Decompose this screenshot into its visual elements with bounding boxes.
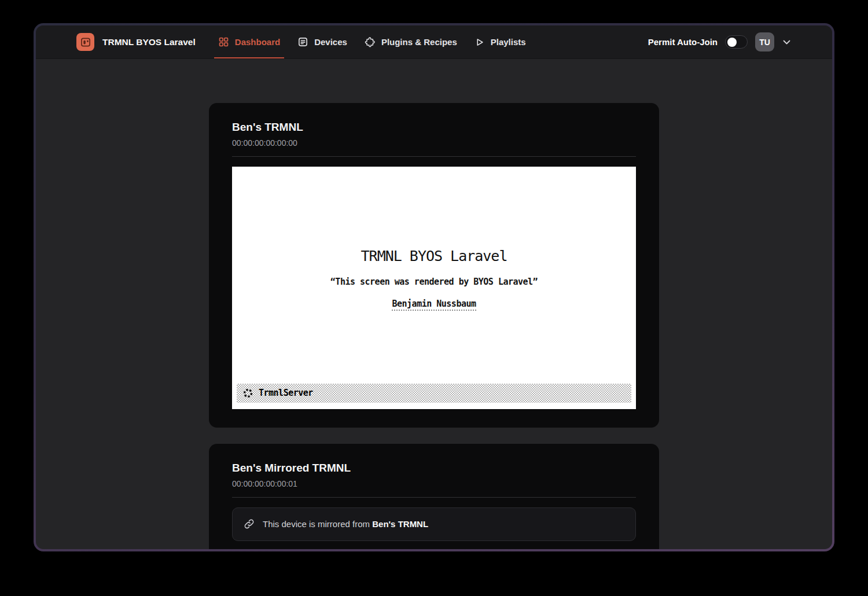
nav-label: Dashboard (235, 37, 280, 47)
screen-author-row: Benjamin Nussbaum (232, 298, 636, 311)
device-card: Ben's Mirrored TRMNL 00:00:00:00:00:01 T… (209, 444, 659, 549)
permit-auto-join-label: Permit Auto-Join (648, 37, 718, 47)
device-card: Ben's TRMNL 00:00:00:00:00:00 TRMNL BYOS… (209, 103, 659, 428)
app-window: TRMNL BYOS Laravel Dashboard (34, 23, 834, 551)
mirror-note-prefix: This device is mirrored from (263, 519, 372, 529)
play-icon (475, 37, 485, 47)
device-list-icon (297, 36, 308, 47)
mirror-info-box: This device is mirrored from Ben's TRMNL (232, 507, 636, 541)
mirror-note: This device is mirrored from Ben's TRMNL (263, 519, 428, 529)
app-window-content: TRMNL BYOS Laravel Dashboard (36, 25, 832, 549)
nav-label: Devices (314, 37, 347, 47)
dashboard-content[interactable]: Ben's TRMNL 00:00:00:00:00:00 TRMNL BYOS… (36, 59, 832, 549)
screen-quote: “This screen was rendered by BYOS Larave… (232, 277, 636, 287)
top-navigation-bar: TRMNL BYOS Laravel Dashboard (36, 25, 832, 59)
device-name: Ben's Mirrored TRMNL (232, 461, 636, 475)
desktop-background: TRMNL BYOS Laravel Dashboard (0, 0, 868, 596)
mirror-source-name: Ben's TRMNL (372, 519, 428, 529)
device-name: Ben's TRMNL (232, 120, 636, 134)
screen-status-bar: TrmnlServer (237, 384, 631, 403)
divider (232, 156, 636, 157)
brand: TRMNL BYOS Laravel (76, 25, 196, 58)
spinner-icon (242, 388, 253, 399)
toggle-knob (727, 38, 737, 47)
screen-content: TRMNL BYOS Laravel “This screen was rend… (232, 248, 636, 311)
main-nav: Dashboard Devices (209, 25, 535, 58)
app-title: TRMNL BYOS Laravel (102, 37, 196, 47)
nav-label: Plugins & Recipes (381, 37, 457, 47)
device-screen-preview: TRMNL BYOS Laravel “This screen was rend… (232, 167, 636, 409)
nav-label: Playlists (491, 37, 526, 47)
device-mac-address: 00:00:00:00:00:01 (232, 479, 636, 488)
nav-item-devices[interactable]: Devices (289, 25, 356, 58)
user-avatar[interactable]: TU (755, 32, 774, 51)
puzzle-icon (365, 36, 376, 47)
divider (232, 497, 636, 498)
screen-author: Benjamin Nussbaum (392, 299, 476, 311)
link-icon (243, 518, 255, 530)
chevron-down-icon[interactable] (782, 38, 792, 47)
grid-icon (218, 36, 229, 47)
topbar-right: Permit Auto-Join TU (648, 25, 792, 58)
device-mac-address: 00:00:00:00:00:00 (232, 138, 636, 148)
nav-item-dashboard[interactable]: Dashboard (209, 25, 289, 58)
nav-item-playlists[interactable]: Playlists (466, 25, 535, 58)
screen-title: TRMNL BYOS Laravel (232, 248, 636, 264)
app-logo-icon (76, 33, 94, 51)
permit-auto-join-toggle[interactable] (725, 35, 748, 49)
nav-item-plugins-recipes[interactable]: Plugins & Recipes (356, 25, 466, 58)
screen-status-label: TrmnlServer (259, 388, 313, 398)
